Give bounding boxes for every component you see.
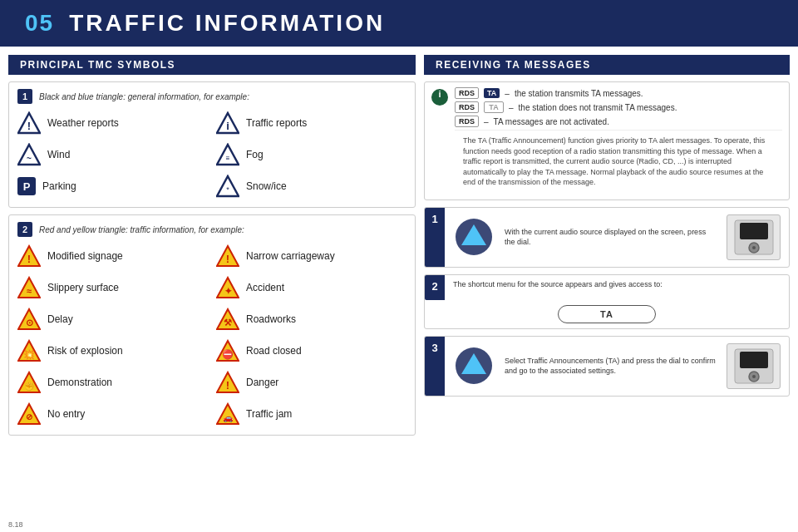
step3-content: Select Traffic Announcements (TA) and pr… [445,337,789,396]
left-panel: PRINCIPAL TMC SYMBOLS 1 Black and blue t… [8,55,416,532]
list-item: * Snow/ice [216,172,406,200]
demonstration-icon: ✊ [17,371,41,394]
symbol-box-2: 2 Red and yellow triangle: traffic infor… [8,214,416,436]
traffic-jam-icon: 🚗 [216,402,239,426]
danger-icon: ! [216,371,239,394]
svg-point-39 [752,246,756,249]
snowice-icon: * [216,175,239,198]
ta-badge-active: TA [484,88,500,98]
fog-icon: ≡ [216,143,239,166]
step1-num: 1 [425,208,445,267]
rds-text-1: the station transmits TA messages. [515,89,643,98]
svg-text:!: ! [27,253,31,265]
svg-text:!: ! [226,253,229,265]
svg-text:*: * [226,185,229,194]
svg-text:~: ~ [27,154,32,163]
ta-button[interactable]: TA [558,305,656,323]
list-item: ✦ Accident [216,273,406,302]
svg-text:⊘: ⊘ [26,412,32,421]
right-section-header: RECEIVING TA MESSAGES [424,55,790,75]
step2-text: The shortcut menu for the source appears… [445,275,789,300]
ta-description: The TA (Traffic Announcement) function g… [455,130,782,195]
narrow-carriageway-icon: ! [216,244,239,268]
traffic-reports-icon: i [216,111,239,135]
roadworks-label: Roadworks [246,313,296,325]
wind-label: Wind [47,149,70,160]
svg-text:⚒: ⚒ [224,318,232,328]
list-item: ⊘ No entry [17,400,208,428]
step-1-box: 1 With the current audio source displaye… [424,207,790,268]
list-item: i Traffic reports [216,109,406,137]
traffic-reports-label: Traffic reports [246,117,307,129]
list-item: ≈ Slippery surface [17,273,208,302]
box1-desc: Black and blue triangle: general informa… [39,92,249,101]
svg-text:🚗: 🚗 [223,412,234,423]
ta-button-container: TA [425,300,789,328]
list-item: ⚒ Roadworks [216,305,406,333]
road-closed-label: Road closed [246,345,302,357]
list-item: P Parking [17,172,208,200]
slippery-surface-label: Slippery surface [47,282,119,293]
rds-badge: RDS [455,87,479,99]
step2-num: 2 [425,275,445,300]
left-section-header: PRINCIPAL TMC SYMBOLS [8,55,416,75]
page-title: TRAFFIC INFORMATION [69,10,385,37]
step3-arrow-icon [453,345,495,387]
svg-text:✦: ✦ [224,286,232,296]
fog-label: Fog [246,149,264,160]
list-item: 🚗 Traffic jam [216,400,406,428]
svg-point-45 [752,375,756,378]
svg-text:i: i [226,120,229,132]
symbol-box-1: 1 Black and blue triangle: general infor… [8,81,416,208]
list-item: ! Narrow carriageway [216,242,406,270]
demonstration-label: Demonstration [47,377,112,388]
page-header: 05 TRAFFIC INFORMATION [0,0,798,47]
list-item: ≡ Fog [216,140,406,169]
box2-desc: Red and yellow triangle: traffic informa… [39,225,244,234]
rds-row-1: RDS TA – the station transmits TA messag… [455,87,782,99]
rds-text-3: TA messages are not activated. [494,117,609,126]
snowice-label: Snow/ice [246,180,287,192]
info-box: i RDS TA – the station transmits TA mess… [424,81,790,200]
modified-signage-label: Modified signage [47,250,123,262]
list-item: ~ Wind [17,140,208,169]
list-item: ! Danger [216,368,406,397]
modified-signage-icon: ! [17,244,41,268]
step1-device [727,214,781,260]
danger-label: Danger [246,377,278,388]
svg-text:!: ! [226,379,229,392]
rds-row-3: RDS – TA messages are not activated. [455,116,782,127]
rds-text-2: the station does not transmit TA message… [519,103,677,112]
step1-arrow-icon [453,216,495,258]
rds-row-2: RDS TA – the station does not transmit T… [455,101,782,113]
svg-rect-43 [740,352,768,368]
accident-icon: ✦ [216,276,239,299]
risk-explosion-label: Risk of explosion [47,345,123,357]
box1-num: 1 [17,89,32,104]
page-footer: 8.18 [8,520,23,529]
narrow-carriageway-label: Narrow carriageway [246,250,335,262]
step3-device [727,343,781,389]
weather-reports-label: Weather reports [47,117,119,129]
weather-reports-icon: ! [17,111,41,135]
wind-icon: ~ [17,143,41,166]
delay-icon: ⊙ [17,308,41,331]
step3-num: 3 [425,337,445,396]
device-knob-3 [733,347,775,385]
rds-badge-2: RDS [455,101,479,113]
device-knob-1 [733,219,775,256]
step-3-box: 3 Select Traffic Announcements (TA) and … [424,336,790,397]
page-number: 8.18 [8,520,23,529]
svg-text:💥: 💥 [23,348,35,360]
step1-content: With the current audio source displayed … [445,208,789,267]
box2-num: 2 [17,222,32,237]
road-closed-icon: ⛔ [216,339,239,362]
step-2-box: 2 The shortcut menu for the source appea… [424,274,790,329]
svg-text:!: ! [27,120,31,132]
parking-label: Parking [42,180,76,192]
svg-text:⛔: ⛔ [222,348,234,360]
svg-text:≡: ≡ [226,155,230,162]
roadworks-icon: ⚒ [216,308,239,331]
svg-rect-37 [740,223,768,239]
traffic-jam-label: Traffic jam [246,408,292,420]
